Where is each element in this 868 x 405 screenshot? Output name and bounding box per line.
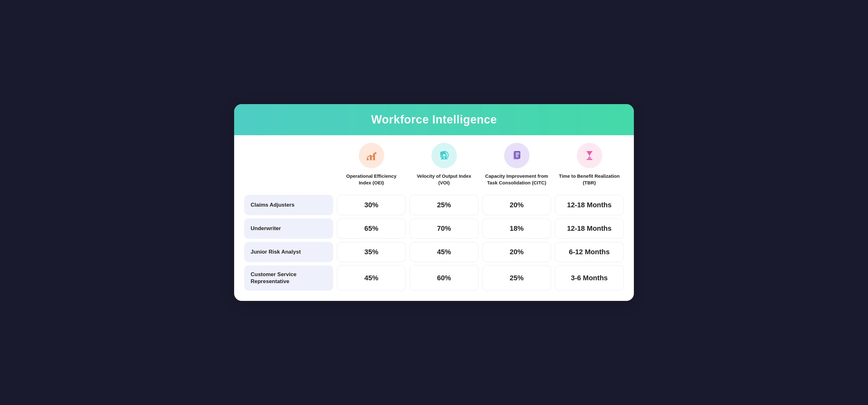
tbr-value-junior-risk-analyst: 6-12 Months bbox=[569, 248, 610, 256]
row-label-cell: Claims Adjusters bbox=[244, 195, 333, 215]
tbr-value-underwriter: 12-18 Months bbox=[567, 224, 612, 233]
svg-rect-1 bbox=[370, 156, 372, 160]
voi-value-customer-service-rep: 60% bbox=[437, 274, 451, 282]
tbr-value-customer-service-rep: 3-6 Months bbox=[571, 274, 608, 282]
row-citc-junior-risk-analyst: 20% bbox=[482, 242, 551, 262]
voi-value-junior-risk-analyst: 45% bbox=[437, 248, 451, 256]
oei-value-customer-service-rep: 45% bbox=[364, 274, 378, 282]
citc-icon-circle bbox=[504, 143, 529, 168]
col-header-citc: Capacity Improvement from Task Consolida… bbox=[482, 143, 551, 192]
row-label-claims-adjusters: Claims Adjusters bbox=[251, 202, 294, 208]
row-citc-underwriter: 18% bbox=[482, 219, 551, 239]
row-oei-junior-risk-analyst: 35% bbox=[337, 242, 406, 262]
voi-label: Velocity of Output Index (VOI) bbox=[412, 173, 476, 186]
oei-value-claims-adjusters: 30% bbox=[364, 201, 378, 209]
row-label-junior-risk-analyst: Junior Risk Analyst bbox=[251, 249, 301, 256]
oei-label: Operational Efficiency Index (OEI) bbox=[339, 173, 403, 186]
citc-value-junior-risk-analyst: 20% bbox=[509, 248, 524, 256]
row-label-customer-service-rep: Customer Service Representative bbox=[251, 271, 327, 285]
row-voi-junior-risk-analyst: 45% bbox=[410, 242, 478, 262]
svg-rect-14 bbox=[516, 153, 519, 153]
voi-value-underwriter: 70% bbox=[437, 224, 451, 233]
row-tbr-junior-risk-analyst: 6-12 Months bbox=[555, 242, 624, 262]
col-header-tbr: Time to Benefit Realization (TBR) bbox=[555, 143, 624, 192]
citc-icon bbox=[511, 149, 523, 162]
tbr-icon bbox=[583, 149, 595, 162]
row-oei-underwriter: 65% bbox=[337, 219, 406, 239]
svg-rect-18 bbox=[587, 151, 592, 152]
row-oei-claims-adjusters: 30% bbox=[337, 195, 406, 215]
row-voi-customer-service-rep: 60% bbox=[410, 265, 478, 291]
citc-label: Capacity Improvement from Task Consolida… bbox=[485, 173, 549, 186]
col-header-oei: Operational Efficiency Index (OEI) bbox=[337, 143, 406, 192]
table-row: Claims Adjusters 30% 25% 20% 12-18 Month… bbox=[244, 195, 624, 215]
column-headers: Operational Efficiency Index (OEI) bbox=[234, 135, 634, 192]
voi-icon bbox=[438, 149, 450, 162]
row-citc-customer-service-rep: 25% bbox=[482, 265, 551, 291]
card-title: Workforce Intelligence bbox=[371, 113, 497, 126]
oei-icon-circle bbox=[359, 143, 384, 168]
svg-rect-19 bbox=[587, 159, 592, 160]
row-oei-customer-service-rep: 45% bbox=[337, 265, 406, 291]
row-label-cell: Underwriter bbox=[244, 219, 333, 239]
empty-header-cell bbox=[244, 143, 333, 192]
table-row: Customer Service Representative 45% 60% … bbox=[244, 265, 624, 291]
row-label-cell: Junior Risk Analyst bbox=[244, 242, 333, 262]
voi-value-claims-adjusters: 25% bbox=[437, 201, 451, 209]
card-header: Workforce Intelligence bbox=[234, 104, 634, 135]
svg-rect-15 bbox=[516, 154, 519, 154]
svg-rect-16 bbox=[516, 155, 518, 156]
table-row: Junior Risk Analyst 35% 45% 20% 6-12 Mon… bbox=[244, 242, 624, 262]
tbr-value-claims-adjusters: 12-18 Months bbox=[567, 201, 612, 209]
col-header-voi: Velocity of Output Index (VOI) bbox=[410, 143, 478, 192]
row-citc-claims-adjusters: 20% bbox=[482, 195, 551, 215]
table-row: Underwriter 65% 70% 18% 12-18 Months bbox=[244, 219, 624, 239]
oei-icon bbox=[366, 149, 377, 162]
citc-value-customer-service-rep: 25% bbox=[509, 274, 524, 282]
row-label-cell: Customer Service Representative bbox=[244, 265, 333, 291]
oei-value-underwriter: 65% bbox=[364, 224, 378, 233]
tbr-label: Time to Benefit Realization (TBR) bbox=[557, 173, 621, 186]
voi-icon-circle bbox=[431, 143, 457, 168]
tbr-icon-circle bbox=[577, 143, 602, 168]
svg-rect-0 bbox=[367, 158, 369, 160]
row-voi-underwriter: 70% bbox=[410, 219, 478, 239]
citc-value-claims-adjusters: 20% bbox=[509, 201, 524, 209]
table-body: Claims Adjusters 30% 25% 20% 12-18 Month… bbox=[234, 192, 634, 301]
svg-rect-13 bbox=[515, 151, 520, 159]
workforce-intelligence-card: Workforce Intelligence Operational Effic… bbox=[234, 104, 634, 301]
row-tbr-claims-adjusters: 12-18 Months bbox=[555, 195, 624, 215]
row-tbr-customer-service-rep: 3-6 Months bbox=[555, 265, 624, 291]
row-label-underwriter: Underwriter bbox=[251, 225, 281, 232]
oei-value-junior-risk-analyst: 35% bbox=[364, 248, 378, 256]
svg-point-6 bbox=[443, 154, 445, 156]
svg-rect-17 bbox=[516, 156, 519, 157]
citc-value-underwriter: 18% bbox=[509, 224, 524, 233]
row-tbr-underwriter: 12-18 Months bbox=[555, 219, 624, 239]
row-voi-claims-adjusters: 25% bbox=[410, 195, 478, 215]
